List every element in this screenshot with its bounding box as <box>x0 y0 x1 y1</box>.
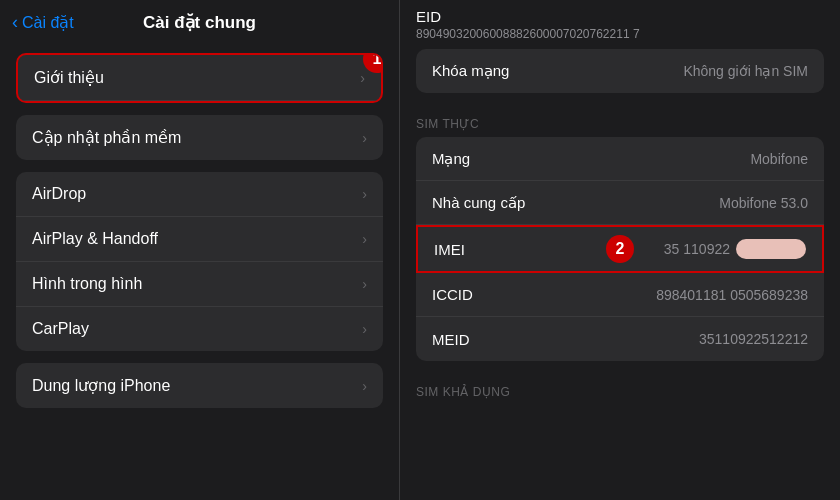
khoa-mang-value: Không giới hạn SIM <box>517 63 808 79</box>
iccid-label: ICCID <box>432 286 473 303</box>
cap-nhat-label: Cập nhật phần mềm <box>32 128 181 147</box>
info-row-meid: MEID 35110922512212 <box>416 317 824 361</box>
meid-value: 35110922512212 <box>478 331 809 347</box>
info-group-khoa-mang: Khóa mạng Không giới hạn SIM <box>416 49 824 93</box>
back-button[interactable]: ‹ Cài đặt <box>12 12 74 33</box>
hinh-label: Hình trong hình <box>32 275 142 293</box>
khoa-mang-label: Khóa mạng <box>432 62 509 80</box>
eid-value: 89049032006008882600007020762211 7 <box>416 27 824 49</box>
chevron-icon-dung-luong: › <box>362 378 367 394</box>
info-group-sim-thuc: Mạng Mobifone Nhà cung cấp Mobifone 53.0… <box>416 137 824 361</box>
section-group-4: Dung lượng iPhone › <box>16 363 383 408</box>
meid-label: MEID <box>432 331 470 348</box>
nha-cung-cap-value: Mobifone 53.0 <box>533 195 808 211</box>
airdrop-label: AirDrop <box>32 185 86 203</box>
list-item-airplay[interactable]: AirPlay & Handoff › <box>16 217 383 262</box>
info-row-imei: IMEI 35 110922 2 <box>416 225 824 273</box>
eid-section: EID 89049032006008882600007020762211 7 <box>400 0 840 49</box>
info-row-nha-cung-cap: Nhà cung cấp Mobifone 53.0 <box>416 181 824 225</box>
chevron-icon-airplay: › <box>362 231 367 247</box>
dung-luong-label: Dung lượng iPhone <box>32 376 170 395</box>
mang-label: Mạng <box>432 150 470 168</box>
list-item-dung-luong[interactable]: Dung lượng iPhone › <box>16 363 383 408</box>
chevron-icon-cap-nhat: › <box>362 130 367 146</box>
info-row-iccid: ICCID 898401181 0505689238 <box>416 273 824 317</box>
section-group-3: AirDrop › AirPlay & Handoff › Hình trong… <box>16 172 383 351</box>
list-item-hinh[interactable]: Hình trong hình › <box>16 262 383 307</box>
section-group-2: Cập nhật phần mềm › <box>16 115 383 160</box>
imei-value-wrap: 35 110922 <box>664 239 806 259</box>
sim-kha-dung-header: SIM KHẢ DỤNG <box>416 373 824 405</box>
info-row-mang: Mạng Mobifone <box>416 137 824 181</box>
right-panel: EID 89049032006008882600007020762211 7 K… <box>400 0 840 500</box>
chevron-icon-carplay: › <box>362 321 367 337</box>
page-title: Cài đặt chung <box>143 12 256 33</box>
eid-label: EID <box>416 8 824 25</box>
back-label: Cài đặt <box>22 13 74 32</box>
info-row-khoa-mang: Khóa mạng Không giới hạn SIM <box>416 49 824 93</box>
gioi-thieu-label: Giới thiệu <box>34 68 104 87</box>
list-item-cap-nhat[interactable]: Cập nhật phần mềm › <box>16 115 383 160</box>
imei-label: IMEI <box>434 241 465 258</box>
chevron-icon-airdrop: › <box>362 186 367 202</box>
iccid-value: 898401181 0505689238 <box>481 287 808 303</box>
left-panel: ‹ Cài đặt Cài đặt chung Giới thiệu › 1 C… <box>0 0 400 500</box>
list-item-carplay[interactable]: CarPlay › <box>16 307 383 351</box>
airplay-label: AirPlay & Handoff <box>32 230 158 248</box>
sim-thuc-section: SIM THỰC Mạng Mobifone Nhà cung cấp Mobi… <box>400 105 840 373</box>
carplay-label: CarPlay <box>32 320 89 338</box>
mang-value: Mobifone <box>478 151 808 167</box>
imei-value: 35 110922 <box>664 241 730 257</box>
nav-header: ‹ Cài đặt Cài đặt chung <box>0 0 399 45</box>
chevron-icon-hinh: › <box>362 276 367 292</box>
back-chevron-icon: ‹ <box>12 12 18 33</box>
sim-kha-dung-section: SIM KHẢ DỤNG <box>400 373 840 405</box>
imei-blur <box>736 239 806 259</box>
settings-list: Giới thiệu › 1 Cập nhật phần mềm › AirDr… <box>0 45 399 500</box>
section-group-1: Giới thiệu › 1 <box>16 53 383 103</box>
info-section-khoa-mang: Khóa mạng Không giới hạn SIM <box>400 49 840 105</box>
list-item-gioi-thieu[interactable]: Giới thiệu › <box>18 55 381 101</box>
chevron-icon-gioi-thieu: › <box>360 70 365 86</box>
sim-thuc-header: SIM THỰC <box>416 105 824 137</box>
step-2-badge: 2 <box>606 235 634 263</box>
nha-cung-cap-label: Nhà cung cấp <box>432 194 525 212</box>
list-item-airdrop[interactable]: AirDrop › <box>16 172 383 217</box>
